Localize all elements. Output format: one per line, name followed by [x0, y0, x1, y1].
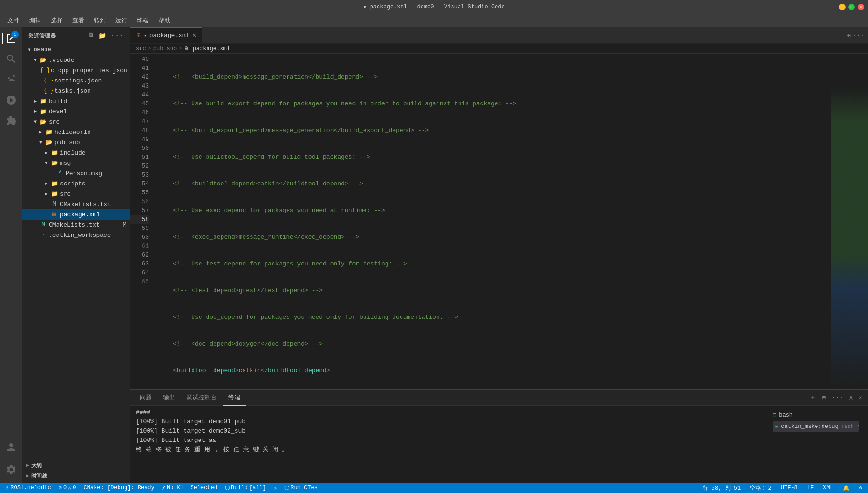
build-label: Build	[231, 485, 248, 491]
sidebar-item-devel[interactable]: ▶ 📁 devel	[22, 106, 130, 117]
sidebar-item-build[interactable]: ▶ 📁 build	[22, 96, 130, 106]
code-line-45: <!-- Use exec_depend for packages you ne…	[158, 206, 831, 215]
title-bar: ● package.xml - demo0 - Visual Studio Co…	[0, 0, 868, 14]
split-editor-icon[interactable]: ⊞	[846, 31, 850, 39]
close-button[interactable]: ✕	[858, 4, 864, 10]
status-errors[interactable]: ⊘ 0 △ 0	[57, 485, 78, 492]
cmake-label: CMake: [Debug]: Ready	[84, 485, 155, 491]
menu-terminal[interactable]: 终端	[133, 15, 153, 26]
code-content[interactable]: <!-- <build_depend>message_generation</b…	[153, 54, 831, 389]
terminal-line-3: [100%] Built target demo02_sub	[136, 427, 769, 436]
terminal-split-button[interactable]: ⊟	[820, 393, 827, 403]
status-cursor[interactable]: 行 58, 列 51	[701, 484, 743, 492]
sidebar-item-cmake-sub[interactable]: ▶ M CMakeLists.txt	[22, 199, 130, 209]
sidebar-item-settings-json[interactable]: ▶ { } settings.json	[22, 75, 130, 86]
menu-edit[interactable]: 编辑	[25, 15, 45, 26]
sidebar-item-vscode[interactable]: ▼ 📂 .vscode	[22, 55, 130, 65]
more-editor-actions-icon[interactable]: ···	[853, 31, 864, 39]
status-play[interactable]: ▷	[272, 485, 279, 492]
terminal-tab-problems[interactable]: 问题	[134, 390, 157, 406]
breadcrumb-file[interactable]: 🗎 package.xml	[184, 45, 230, 52]
status-ros[interactable]: ⚡ ROS1.melodic	[4, 485, 53, 492]
sidebar-item-src[interactable]: ▼ 📂 src	[22, 117, 130, 127]
sidebar-item-cmake-root[interactable]: ▶ M CMakeLists.txt M	[22, 220, 130, 230]
status-no-kit[interactable]: ✗ No Kit Selected	[160, 485, 219, 492]
activity-explorer[interactable]: 1	[2, 29, 21, 48]
timeline-label: 时间线	[31, 472, 48, 479]
terminal-task-list: ⊟ bash ⊟ catkin_make:debug Task ✓	[769, 408, 862, 481]
terminal-task-bash[interactable]: ⊟ bash	[773, 410, 859, 421]
tab-xml-icon: 🗎	[136, 32, 141, 39]
terminal-add-button[interactable]: ＋	[808, 392, 818, 403]
terminal-close-button[interactable]: ✕	[857, 393, 864, 403]
terminal-more-button[interactable]: ···	[830, 393, 845, 402]
terminal-task-catkin[interactable]: ⊟ catkin_make:debug Task ✓	[773, 421, 859, 432]
terminal-tab-terminal[interactable]: 终端	[223, 390, 246, 406]
status-remote[interactable]: ⊙	[857, 485, 864, 492]
status-cmake[interactable]: CMake: [Debug]: Ready	[82, 485, 156, 491]
src-inner-arrow: ▶	[43, 191, 50, 197]
sidebar-item-c-cpp[interactable]: ▶ { } c_cpp_properties.json	[22, 65, 130, 75]
sidebar-item-pub-sub[interactable]: ▼ 📂 pub_sub	[22, 137, 130, 147]
menu-goto[interactable]: 转到	[90, 15, 110, 26]
terminal-line-1: ####	[136, 408, 769, 417]
menu-help[interactable]: 帮助	[155, 15, 174, 26]
status-language[interactable]: XML	[821, 485, 835, 491]
activity-run-debug[interactable]	[2, 91, 21, 110]
activity-extensions[interactable]	[2, 111, 21, 130]
activity-account[interactable]	[2, 438, 21, 456]
window-controls: ─ □ ✕	[839, 4, 864, 10]
status-eol[interactable]: LF	[805, 485, 816, 491]
menu-view[interactable]: 查看	[68, 15, 88, 26]
pub-sub-arrow: ▼	[37, 139, 44, 146]
code-line-51: <buildtool_depend>catkin</buildtool_depe…	[158, 366, 831, 375]
maximize-button[interactable]: □	[848, 4, 855, 10]
sidebar-item-msg[interactable]: ▼ 📂 msg	[22, 158, 130, 168]
timeline-section[interactable]: ▶ 时间线	[22, 471, 130, 481]
terminal-maximize-button[interactable]: ∧	[847, 393, 854, 403]
status-encoding[interactable]: UTF-8	[779, 485, 800, 491]
status-run-ctest[interactable]: ⬡ Run CTest	[282, 485, 323, 492]
status-build[interactable]: ⬡ Build [all]	[223, 485, 268, 492]
sidebar-header-icons: 🗎 📁 ···	[87, 31, 125, 41]
status-spaces[interactable]: 空格: 2	[748, 484, 773, 492]
package-xml-label: package.xml	[60, 211, 100, 218]
src-folder-icon: 📂	[39, 118, 47, 125]
tab-package-xml[interactable]: 🗎 ● package.xml ×	[130, 27, 202, 44]
sidebar-item-package-xml[interactable]: ▶ 🗎 package.xml	[22, 209, 130, 220]
sidebar-item-tasks-json[interactable]: ▶ { } tasks.json	[22, 86, 130, 96]
menu-file[interactable]: 文件	[4, 15, 23, 26]
minimize-button[interactable]: ─	[839, 4, 846, 10]
sidebar-root[interactable]: ▼ DEMO0	[22, 44, 130, 55]
terminal-tab-output[interactable]: 输出	[157, 390, 181, 406]
sidebar-item-catkin[interactable]: ▶ · .catkin_workspace	[22, 230, 130, 240]
new-folder-icon[interactable]: 📁	[97, 31, 108, 41]
warning-count: 0	[73, 485, 76, 491]
breadcrumb-src[interactable]: src	[136, 45, 146, 52]
src-inner-label: src	[60, 191, 71, 198]
activity-search[interactable]	[2, 50, 21, 68]
tab-close-button[interactable]: ×	[193, 32, 196, 39]
new-file-icon[interactable]: 🗎	[87, 31, 96, 41]
sidebar-item-person-msg[interactable]: ▶ M Person.msg	[22, 168, 130, 178]
cursor-position: 行 58, 列 51	[703, 484, 741, 492]
c-cpp-label: c_cpp_properties.json	[51, 67, 127, 74]
terminal-tab-debug-console[interactable]: 调试控制台	[181, 390, 223, 406]
sidebar-item-include[interactable]: ▶ 📁 include	[22, 147, 130, 158]
menu-run[interactable]: 运行	[111, 15, 131, 26]
activity-settings[interactable]	[2, 460, 21, 479]
outline-section[interactable]: ▶ 大纲	[22, 460, 130, 471]
minimap	[831, 54, 868, 389]
build-icon: ⬡	[225, 485, 230, 492]
sidebar-item-src-inner[interactable]: ▶ 📁 src	[22, 189, 130, 199]
breadcrumb-pub-sub[interactable]: pub_sub	[153, 45, 177, 52]
activity-source-control[interactable]	[2, 70, 21, 89]
code-line-48: <!-- <test_depend>gtest</test_depend> --…	[158, 286, 831, 295]
status-notifications[interactable]: 🔔	[841, 485, 852, 492]
code-line-41: <!-- Use build_export_depend for package…	[158, 99, 831, 108]
sidebar-item-scripts[interactable]: ▶ 📁 scripts	[22, 178, 130, 189]
sidebar-item-helloworld[interactable]: ▶ 📁 helloworld	[22, 127, 130, 137]
menu-select[interactable]: 选择	[47, 15, 67, 26]
catkin-task-badge: Task	[841, 422, 853, 431]
more-actions-icon[interactable]: ···	[110, 31, 125, 41]
